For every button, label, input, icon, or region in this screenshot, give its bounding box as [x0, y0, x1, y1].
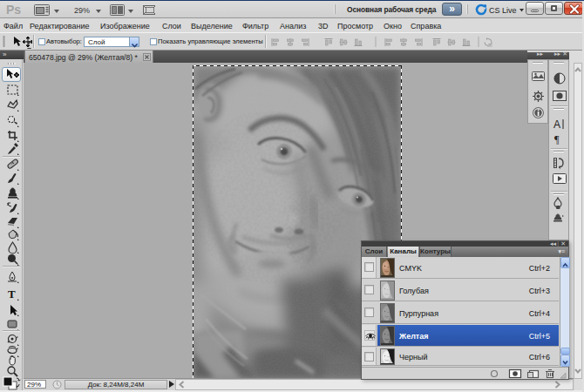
svg-text:¶: ¶ [554, 133, 560, 145]
svg-text:CS Live: CS Live [489, 6, 517, 15]
svg-text:T: T [8, 287, 16, 301]
svg-text:29%: 29% [74, 6, 90, 15]
svg-text:A: A [553, 118, 560, 131]
